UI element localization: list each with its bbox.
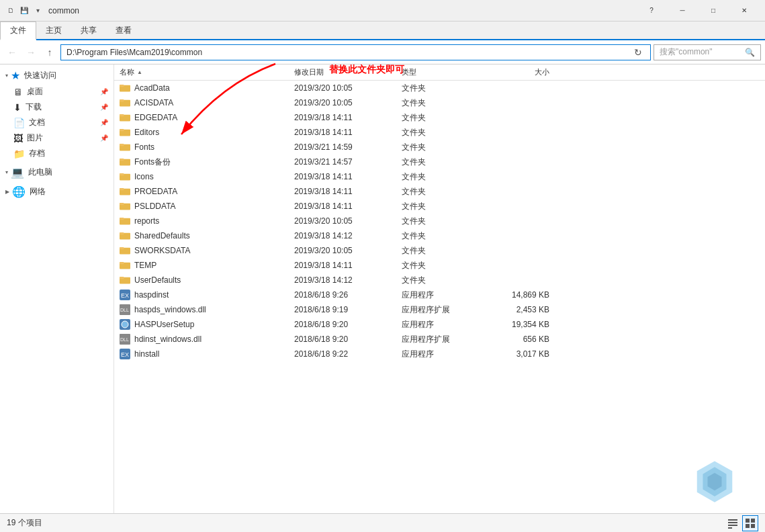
sidebar: ▾ ★ 快速访问 🖥 桌面 📌 ⬇ 下载 📌 📄 文档 📌 🖼 图片 xyxy=(0,64,114,513)
file-name: haspds_windows.dll xyxy=(134,305,294,314)
refresh-icon[interactable]: ↻ xyxy=(631,47,645,58)
forward-button[interactable]: → xyxy=(23,44,39,60)
table-row[interactable]: EDGEDATA 2019/3/18 14:11 文件夹 xyxy=(114,110,765,125)
minimize-button[interactable]: ─ xyxy=(667,0,698,21)
star-icon: ★ xyxy=(11,69,20,82)
file-name: ACISDATA xyxy=(134,98,294,107)
pin-icon3: 📌 xyxy=(100,119,108,126)
table-row[interactable]: Icons 2019/3/18 14:11 文件夹 xyxy=(114,169,765,184)
table-row[interactable]: Editors 2019/3/18 14:11 文件夹 xyxy=(114,125,765,140)
maximize-button[interactable]: □ xyxy=(698,0,729,21)
svg-rect-8 xyxy=(120,114,124,116)
table-row[interactable]: PROEDATA 2019/3/18 14:11 文件夹 xyxy=(114,184,765,199)
tab-file[interactable]: 文件 xyxy=(0,21,36,40)
file-name: Icons xyxy=(134,172,294,181)
file-name: Editors xyxy=(134,128,294,137)
table-row[interactable]: PSLDDATA 2019/3/18 14:11 文件夹 xyxy=(114,199,765,214)
quick-access-label: 快速访问 xyxy=(24,70,56,81)
svg-rect-38 xyxy=(120,262,124,263)
folder-icon xyxy=(120,171,130,181)
file-name: SWORKSDATA xyxy=(134,246,294,255)
save-icon[interactable]: 💾 xyxy=(19,5,30,16)
file-date: 2019/3/18 14:11 xyxy=(294,113,402,122)
table-row[interactable]: EX haspdinst 2018/6/18 9:26 应用程序 14,869 … xyxy=(114,287,765,302)
network-icon: 🌐 xyxy=(12,185,26,198)
dll-icon: DLL xyxy=(120,334,130,345)
svg-rect-29 xyxy=(120,218,124,219)
help-button[interactable]: ? xyxy=(636,0,667,21)
large-icons-view-button[interactable] xyxy=(742,515,758,531)
svg-text:DLL: DLL xyxy=(120,337,129,342)
exe2-icon xyxy=(120,319,130,330)
svg-rect-17 xyxy=(120,159,124,160)
col-type-header[interactable]: 类型 xyxy=(402,67,482,77)
network-item[interactable]: ▶ 🌐 网络 xyxy=(0,183,114,200)
address-row: ← → ↑ D:\Program Files\Mcam2019\common ↻… xyxy=(0,40,765,64)
close-button[interactable]: ✕ xyxy=(729,0,760,21)
table-row[interactable]: UserDefaults 2019/3/18 14:12 文件夹 xyxy=(114,273,765,287)
table-row[interactable]: HASPUserSetup 2018/6/18 9:20 应用程序 19,354… xyxy=(114,317,765,332)
table-row[interactable]: ACISDATA 2019/3/20 10:05 文件夹 xyxy=(114,95,765,110)
svg-rect-5 xyxy=(120,99,124,101)
details-view-button[interactable] xyxy=(725,515,741,531)
table-row[interactable]: SWORKSDATA 2019/3/20 10:05 文件夹 xyxy=(114,243,765,258)
this-pc-label: 此电脑 xyxy=(28,167,52,178)
sidebar-item-archive[interactable]: 📁 存档 xyxy=(0,146,114,161)
this-pc-item[interactable]: ▾ 💻 此电脑 xyxy=(0,164,114,181)
file-icon: DLL xyxy=(120,304,130,315)
table-row[interactable]: Fonts 2019/3/21 14:59 文件夹 xyxy=(114,140,765,154)
back-button[interactable]: ← xyxy=(4,44,20,60)
col-size-header[interactable]: 大小 xyxy=(482,67,549,77)
quick-access-header[interactable]: ▾ ★ 快速访问 xyxy=(0,67,114,84)
col-date-header[interactable]: 修改日期 xyxy=(294,67,402,77)
tab-view[interactable]: 查看 xyxy=(106,21,141,39)
tab-home[interactable]: 主页 xyxy=(36,21,71,39)
table-row[interactable]: EX hinstall 2018/6/18 9:22 应用程序 3,017 KB xyxy=(114,347,765,361)
address-bar[interactable]: D:\Program Files\Mcam2019\common ↻ xyxy=(60,44,651,60)
file-size: 19,354 KB xyxy=(482,320,549,329)
sidebar-item-desktop[interactable]: 🖥 桌面 📌 xyxy=(0,84,114,99)
file-type: 文件夹 xyxy=(402,112,482,124)
file-name: Fonts备份 xyxy=(134,157,294,168)
table-row[interactable]: AcadData 2019/3/20 10:05 文件夹 xyxy=(114,81,765,95)
table-row[interactable]: DLL haspds_windows.dll 2018/6/18 9:19 应用… xyxy=(114,302,765,317)
sidebar-label-pictures: 图片 xyxy=(27,132,43,144)
svg-rect-35 xyxy=(120,247,124,249)
this-pc-section: ▾ 💻 此电脑 xyxy=(0,164,114,181)
file-name: hdinst_windows.dll xyxy=(134,335,294,344)
col-name-header[interactable]: 名称 ▲ xyxy=(120,67,294,77)
file-date: 2019/3/18 14:11 xyxy=(294,128,402,137)
svg-rect-54 xyxy=(728,525,737,526)
file-type: 应用程序扩展 xyxy=(402,304,482,316)
svg-point-47 xyxy=(122,321,128,328)
sidebar-item-documents[interactable]: 📄 文档 📌 xyxy=(0,115,114,130)
file-name: EDGEDATA xyxy=(134,113,294,122)
view-controls xyxy=(725,515,758,531)
dropdown-icon[interactable]: ▾ xyxy=(32,5,43,16)
search-box[interactable]: 搜索"common" 🔍 xyxy=(654,44,761,60)
svg-rect-32 xyxy=(120,232,124,234)
tab-share[interactable]: 共享 xyxy=(71,21,106,39)
file-date: 2019/3/18 14:12 xyxy=(294,275,402,285)
sidebar-item-pictures[interactable]: 🖼 图片 📌 xyxy=(0,130,114,146)
file-icon xyxy=(120,275,130,285)
svg-rect-26 xyxy=(120,203,124,204)
table-row[interactable]: TEMP 2019/3/18 14:11 文件夹 xyxy=(114,258,765,273)
address-path: D:\Program Files\Mcam2019\common xyxy=(66,48,631,57)
file-date: 2019/3/18 14:11 xyxy=(294,202,402,211)
table-row[interactable]: reports 2019/3/20 10:05 文件夹 xyxy=(114,214,765,228)
sidebar-item-downloads[interactable]: ⬇ 下载 📌 xyxy=(0,99,114,115)
svg-rect-11 xyxy=(120,129,124,130)
table-row[interactable]: SharedDefaults 2019/3/18 14:12 文件夹 xyxy=(114,228,765,243)
folder-icon xyxy=(120,201,130,210)
file-icon xyxy=(120,127,130,138)
archive-icon: 📁 xyxy=(13,148,25,159)
up-button[interactable]: ↑ xyxy=(42,44,58,60)
file-icon: EX xyxy=(120,349,130,359)
table-row[interactable]: DLL hdinst_windows.dll 2018/6/18 9:20 应用… xyxy=(114,332,765,347)
this-pc-icon: 💻 xyxy=(11,166,24,179)
new-page-icon[interactable]: 🗋 xyxy=(5,5,16,16)
table-row[interactable]: Fonts备份 2019/3/21 14:57 文件夹 xyxy=(114,154,765,169)
svg-text:EX: EX xyxy=(121,351,129,358)
svg-rect-2 xyxy=(120,85,124,86)
